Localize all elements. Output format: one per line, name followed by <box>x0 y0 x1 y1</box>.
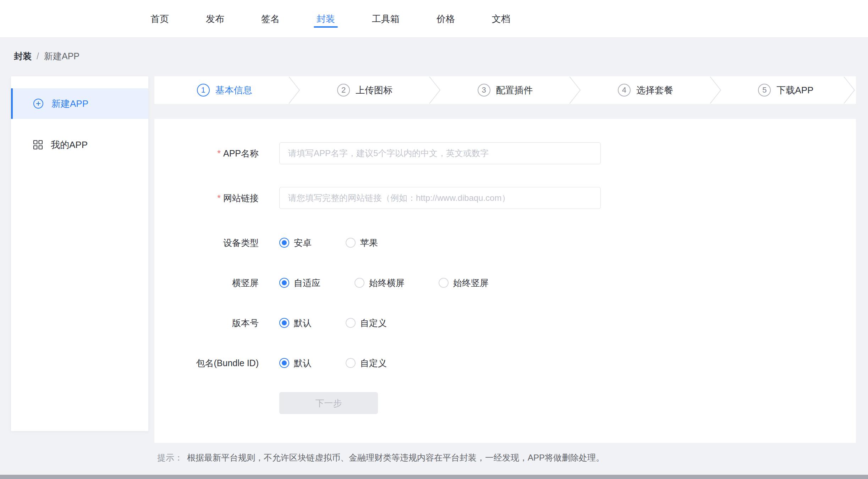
radio-unselected-icon <box>346 358 356 368</box>
nav-item[interactable]: 文档 <box>473 0 529 38</box>
form-row: 横竖屏自适应始终横屏始终竖屏 <box>154 272 856 294</box>
form-row: *APP名称 <box>154 142 856 164</box>
text-input[interactable] <box>279 187 601 209</box>
sidebar: 新建APP我的APP <box>11 76 148 431</box>
step-separator-chevron-icon <box>843 76 855 104</box>
breadcrumb: 封装 / 新建APP <box>14 51 853 61</box>
field-label: 设备类型 <box>154 237 259 249</box>
radio-option[interactable]: 自定义 <box>346 357 387 369</box>
nav-item[interactable]: 签名 <box>243 0 298 38</box>
nav-item[interactable]: 首页 <box>132 0 187 38</box>
radio-unselected-icon <box>439 278 449 288</box>
basic-info-form-card: *APP名称*网站链接设备类型安卓苹果横竖屏自适应始终横屏始终竖屏版本号默认自定… <box>154 119 856 443</box>
field-control: 安卓苹果 <box>279 237 378 249</box>
sidebar-item[interactable]: 新建APP <box>11 88 148 119</box>
radio-option-label: 自定义 <box>360 317 387 329</box>
required-asterisk: * <box>217 148 221 158</box>
app-screen: 首页发布签名封装工具箱价格文档 封装 / 新建APP 新建APP我的APP 1基… <box>0 0 868 479</box>
breadcrumb-separator: / <box>37 51 39 61</box>
sidebar-item-label: 新建APP <box>51 98 88 110</box>
field-label-text: 包名(Bundle ID) <box>196 358 259 368</box>
step-number-circle: 4 <box>618 84 631 97</box>
radio-unselected-icon <box>346 238 356 248</box>
radio-option[interactable]: 始终横屏 <box>355 277 405 289</box>
required-asterisk: * <box>217 193 221 203</box>
radio-option-label: 自定义 <box>360 357 387 369</box>
radio-option-label: 默认 <box>294 357 312 369</box>
radio-option[interactable]: 自适应 <box>279 277 320 289</box>
step-number-circle: 3 <box>478 84 490 97</box>
radio-option[interactable]: 苹果 <box>346 237 378 249</box>
nav-item[interactable]: 发布 <box>187 0 243 38</box>
radio-option-label: 自适应 <box>294 277 320 289</box>
radio-unselected-icon <box>355 278 364 288</box>
form-rows: *APP名称*网站链接设备类型安卓苹果横竖屏自适应始终横屏始终竖屏版本号默认自定… <box>154 142 856 374</box>
nav-item[interactable]: 工具箱 <box>353 0 418 38</box>
field-label: 包名(Bundle ID) <box>154 357 259 369</box>
tip-body: 根据最新平台规则，不允许区块链虚拟币、金融理财类等违规内容在平台封装，一经发现，… <box>187 452 604 463</box>
content-area: 封装 / 新建APP 新建APP我的APP 1基本信息2上传图标3配置插件4选择… <box>0 51 868 463</box>
steps-bar: 1基本信息2上传图标3配置插件4选择套餐5下载APP <box>154 76 856 104</box>
radio-unselected-icon <box>346 318 356 328</box>
wizard-step: 3配置插件 <box>435 76 575 104</box>
main-panel: 1基本信息2上传图标3配置插件4选择套餐5下载APP *APP名称*网站链接设备… <box>154 76 856 463</box>
field-label-text: APP名称 <box>223 148 259 158</box>
field-label: 横竖屏 <box>154 277 259 289</box>
wizard-step: 2上传图标 <box>295 76 435 104</box>
step-label: 下载APP <box>776 84 813 97</box>
nav-item[interactable]: 封装 <box>298 0 353 38</box>
nav-item[interactable]: 价格 <box>418 0 473 38</box>
field-control: 默认自定义 <box>279 317 387 329</box>
sidebar-item[interactable]: 我的APP <box>11 130 148 160</box>
page-body: 新建APP我的APP 1基本信息2上传图标3配置插件4选择套餐5下载APP *A… <box>11 76 856 463</box>
radio-option[interactable]: 安卓 <box>279 237 312 249</box>
radio-option[interactable]: 自定义 <box>346 317 387 329</box>
radio-option-label: 苹果 <box>360 237 378 249</box>
wizard-step: 1基本信息 <box>154 76 295 104</box>
field-control <box>279 187 601 209</box>
radio-option[interactable]: 始终竖屏 <box>439 277 489 289</box>
radio-selected-icon <box>279 238 289 248</box>
form-row: 包名(Bundle ID)默认自定义 <box>154 352 856 374</box>
step-label: 配置插件 <box>496 84 533 97</box>
next-step-button[interactable]: 下一步 <box>279 392 378 414</box>
field-label-text: 网站链接 <box>223 193 259 203</box>
platform-rule-tip: 提示： 根据最新平台规则，不允许区块链虚拟币、金融理财类等违规内容在平台封装，一… <box>154 452 856 463</box>
step-number-circle: 5 <box>758 84 771 97</box>
grid-icon <box>33 140 43 150</box>
field-label: *APP名称 <box>154 148 259 159</box>
radio-option-label: 始终横屏 <box>369 277 405 289</box>
radio-option-label: 安卓 <box>294 237 312 249</box>
breadcrumb-root[interactable]: 封装 <box>14 50 32 62</box>
breadcrumb-current: 新建APP <box>44 50 79 62</box>
radio-option-label: 始终竖屏 <box>453 277 489 289</box>
step-number-circle: 1 <box>197 84 210 97</box>
sidebar-item-label: 我的APP <box>51 139 88 151</box>
field-label-text: 设备类型 <box>223 238 259 248</box>
form-row: 设备类型安卓苹果 <box>154 232 856 254</box>
form-row: 版本号默认自定义 <box>154 312 856 334</box>
radio-option[interactable]: 默认 <box>279 357 312 369</box>
field-control: 自适应始终横屏始终竖屏 <box>279 277 489 289</box>
field-label: *网站链接 <box>154 192 259 204</box>
text-input[interactable] <box>279 142 601 164</box>
radio-selected-icon <box>279 318 289 328</box>
step-label: 基本信息 <box>215 84 252 97</box>
field-control: 默认自定义 <box>279 357 387 369</box>
footer-strip <box>0 475 868 479</box>
radio-option[interactable]: 默认 <box>279 317 312 329</box>
button-row: 下一步 <box>154 392 856 414</box>
radio-selected-icon <box>279 358 289 368</box>
top-nav: 首页发布签名封装工具箱价格文档 <box>0 0 868 38</box>
field-label-text: 版本号 <box>232 318 259 328</box>
step-label: 上传图标 <box>356 84 392 97</box>
field-label-text: 横竖屏 <box>232 278 259 288</box>
tip-prefix: 提示： <box>157 452 183 463</box>
radio-option-label: 默认 <box>294 317 312 329</box>
wizard-step: 5下载APP <box>716 76 856 104</box>
form-row: *网站链接 <box>154 187 856 209</box>
field-label: 版本号 <box>154 317 259 329</box>
radio-selected-icon <box>279 278 289 288</box>
plus-circle-icon <box>33 98 44 109</box>
step-label: 选择套餐 <box>636 84 673 97</box>
